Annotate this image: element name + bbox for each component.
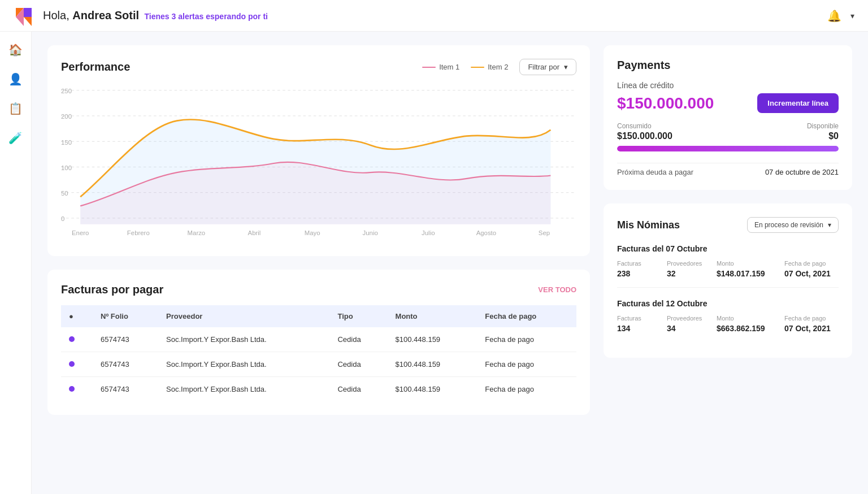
- nominas-col-value: 34: [667, 324, 712, 333]
- logo-icon: [14, 6, 34, 26]
- available-col: Disponible $0: [807, 122, 839, 141]
- row-radio[interactable]: [61, 352, 93, 377]
- nominas-header: Mis Nóminas En proceso de revisión ▾: [617, 217, 839, 233]
- svg-text:0: 0: [61, 216, 64, 223]
- table-row: 6574743 Soc.Import.Y Expor.Bash Ltda. Ce…: [61, 352, 576, 377]
- col-folio: Nº Folio: [93, 305, 158, 327]
- row-tipo: Cedida: [329, 327, 387, 352]
- nominas-groups: Facturas del 07 Octubre Facturas 238 Pro…: [617, 244, 839, 333]
- svg-text:Junio: Junio: [363, 229, 378, 236]
- nominas-group-cols: Facturas 238 Proveedores 32 Monto $148.0…: [617, 260, 839, 278]
- sidebar-item-chart[interactable]: 📋: [8, 102, 23, 115]
- table-row: 6574743 Soc.Import.Y Expor.Bash Ltda. Ce…: [61, 327, 576, 352]
- row-monto: $100.448.159: [388, 327, 478, 352]
- progress-fill: [617, 146, 839, 151]
- nominas-col: Facturas 134: [617, 315, 662, 333]
- nominas-col-label: Proveedores: [667, 315, 712, 322]
- filter-chevron-icon: ▾: [564, 63, 568, 71]
- credit-line-label: Línea de crédito: [617, 81, 839, 90]
- nominas-col-value: 238: [617, 269, 662, 278]
- header: Hola, Andrea Sotil Tienes 3 alertas espe…: [0, 0, 868, 32]
- performance-chart: 0 50 100 150 200 250: [61, 84, 576, 242]
- svg-text:Julio: Julio: [422, 229, 435, 236]
- nominas-col: Proveedores 34: [667, 315, 712, 333]
- sidebar-item-user[interactable]: 👤: [8, 72, 23, 86]
- svg-text:Enero: Enero: [72, 229, 89, 236]
- row-fecha: Fecha de pago: [477, 377, 576, 402]
- legend-label-item1: Item 1: [439, 63, 459, 71]
- col-tipo: Tipo: [329, 305, 387, 327]
- section-divider: [617, 287, 839, 288]
- nominas-col: Proveedores 32: [667, 260, 712, 278]
- nominas-col-value: $663.862.159: [717, 324, 780, 333]
- row-folio: 6574743: [93, 377, 158, 402]
- row-fecha: Fecha de pago: [477, 327, 576, 352]
- nominas-filter-dropdown[interactable]: En proceso de revisión ▾: [747, 217, 839, 233]
- nominas-chevron-icon: ▾: [828, 221, 831, 229]
- svg-text:Abril: Abril: [248, 229, 261, 236]
- nominas-col: Facturas 238: [617, 260, 662, 278]
- nominas-col-label: Facturas: [617, 315, 662, 322]
- svg-marker-4: [24, 17, 32, 26]
- svg-text:200: 200: [61, 114, 72, 120]
- next-debt-label: Próxima deuda a pagar: [617, 168, 693, 176]
- svg-text:150: 150: [61, 139, 72, 146]
- row-radio[interactable]: [61, 377, 93, 402]
- nominas-col: Monto $663.862.159: [717, 315, 780, 333]
- sidebar: 🏠 👤 📋 🧪: [0, 32, 32, 494]
- left-panel: Performance Item 1 Item 2: [47, 45, 590, 428]
- row-tipo: Cedida: [329, 377, 387, 402]
- consumed-col: Consumido $150.000.000: [617, 122, 672, 141]
- chart-svg: 0 50 100 150 200 250: [61, 84, 576, 242]
- alert-word: alertas: [178, 12, 203, 21]
- filter-button[interactable]: Filtrar por ▾: [519, 59, 576, 75]
- facturas-card: Facturas por pagar VER TODO ● Nº Folio P…: [47, 270, 590, 415]
- svg-marker-3: [16, 17, 24, 26]
- svg-text:100: 100: [61, 164, 72, 171]
- row-radio[interactable]: [61, 327, 93, 352]
- credit-progress-bar: [617, 146, 839, 151]
- row-monto: $100.448.159: [388, 377, 478, 402]
- col-monto: Monto: [388, 305, 478, 327]
- alert-count: 3: [172, 12, 176, 21]
- available-value: $0: [807, 131, 839, 141]
- svg-text:Febrero: Febrero: [127, 229, 150, 236]
- sidebar-item-flask[interactable]: 🧪: [8, 131, 23, 145]
- nominas-col: Fecha de pago 07 Oct, 2021: [784, 260, 839, 278]
- credit-details: Consumido $150.000.000 Disponible $0: [617, 122, 839, 141]
- filter-label: Filtrar por: [528, 63, 559, 71]
- invoice-table-body: 6574743 Soc.Import.Y Expor.Bash Ltda. Ce…: [61, 327, 576, 401]
- nominas-group-date: Facturas del 07 Octubre: [617, 244, 839, 253]
- performance-title: Performance: [61, 60, 130, 73]
- nominas-col: Monto $148.017.159: [717, 260, 780, 278]
- legend-item1: Item 1: [422, 63, 459, 71]
- notification-bell-icon[interactable]: 🔔: [827, 9, 841, 23]
- ver-todo-link[interactable]: VER TODO: [538, 285, 576, 294]
- row-fecha: Fecha de pago: [477, 352, 576, 377]
- nominas-col-label: Fecha de pago: [784, 260, 839, 267]
- svg-text:Agosto: Agosto: [476, 229, 496, 236]
- performance-header: Performance Item 1 Item 2: [61, 59, 576, 75]
- nominas-col-label: Fecha de pago: [784, 315, 839, 322]
- consumed-value: $150.000.000: [617, 131, 672, 141]
- sidebar-item-home[interactable]: 🏠: [8, 43, 23, 57]
- chevron-down-icon[interactable]: ▾: [850, 11, 854, 20]
- legend-item2: Item 2: [471, 63, 508, 71]
- performance-card: Performance Item 1 Item 2: [47, 45, 590, 256]
- nominas-col-value: $148.017.159: [717, 269, 780, 278]
- nominas-group-cols: Facturas 134 Proveedores 34 Monto $663.8…: [617, 315, 839, 333]
- header-left: Hola, Andrea Sotil Tienes 3 alertas espe…: [14, 6, 268, 26]
- credit-amount: $150.000.000: [617, 94, 714, 112]
- svg-marker-2: [24, 8, 32, 17]
- svg-text:250: 250: [61, 88, 72, 94]
- svg-text:50: 50: [61, 190, 68, 197]
- nominas-title: Mis Nóminas: [617, 219, 680, 231]
- nominas-card: Mis Nóminas En proceso de revisión ▾ Fac…: [604, 203, 852, 358]
- col-select: ●: [61, 305, 93, 327]
- main-content: Performance Item 1 Item 2: [32, 32, 868, 494]
- nominas-group-date: Facturas del 12 Octubre: [617, 299, 839, 308]
- nominas-col-value: 134: [617, 324, 662, 333]
- increment-line-button[interactable]: Incrementar línea: [757, 93, 839, 113]
- col-proveedor: Proveedor: [158, 305, 329, 327]
- svg-text:Sep: Sep: [539, 229, 550, 236]
